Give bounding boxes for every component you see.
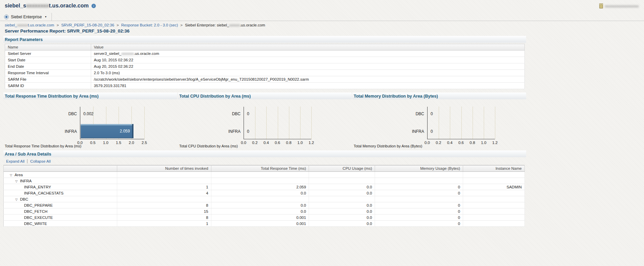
chart-value-label: 0 (247, 111, 249, 116)
breadcrumb-item[interactable]: SRVR_PERF_15-08-20_02:36 (61, 23, 114, 27)
breadcrumb-separator: > (117, 23, 119, 27)
chart-category-label: INFRA (404, 129, 424, 134)
instance-name-value (463, 221, 525, 227)
tree-expand-toggle[interactable]: ▽ (10, 173, 12, 177)
chart-gridline (484, 107, 484, 139)
breadcrumb-separator: > (180, 23, 183, 27)
param-value: /scratch/work/siebel/siebsrvr/enterprise… (91, 76, 525, 83)
collapse-all-link[interactable]: Collapse All (30, 159, 50, 163)
chart-category-label: INFRA (220, 129, 241, 134)
tree-expand-toggle[interactable]: ▽ (15, 180, 18, 183)
chart-value-label: 0 (431, 111, 433, 116)
masked-text: xxxxxxxx (26, 3, 49, 8)
param-value: 3579.2019.331781 (91, 83, 525, 89)
breadcrumb-separator: > (57, 23, 59, 27)
x-tick-label: 0.2 (250, 141, 259, 145)
response-time-value: 2.059 (211, 184, 309, 190)
chart-category-label: INFRA (57, 129, 77, 134)
tree-expand-toggle[interactable]: ▽ (15, 198, 18, 201)
x-tick-label: 0.6 (273, 141, 282, 145)
column-header-instance: Instance Name (463, 165, 525, 172)
cpu-chart: Total CPU Distribution by Area (ms) DBC0… (178, 93, 352, 148)
table-row: Siebel Serverserver3_siebel_xxxxxxx.us.o… (5, 50, 525, 57)
breadcrumb-item[interactable]: Response Bucket: 2.0 - 3.0 (sec) (121, 23, 178, 27)
cpu-usage-value: 0.0 (309, 190, 375, 196)
chart-caption: Total Memory Distribution by Area (Bytes… (354, 144, 422, 148)
param-value: server3_siebel_xxxxxxx.us.oracle.com (91, 50, 525, 57)
memory-usage-value: 0 (375, 184, 463, 190)
memory-usage-value: 0 (375, 208, 463, 214)
invoked-count: 8 (117, 202, 211, 208)
x-tick-label: 2.5 (140, 141, 149, 145)
table-row: DBC_FETCH150.00.00 (4, 208, 525, 214)
page-title: Server Performance Report: SRVR_PERF_15-… (0, 28, 644, 36)
x-tick-label: 0.0 (422, 141, 432, 145)
tree-node-label: DBC_PREPARE (24, 203, 53, 207)
instance-name-value (463, 208, 525, 214)
text-part: t.us.oracle.com (28, 23, 54, 27)
column-header-invoked: Number of times invoked (117, 165, 211, 172)
tree-cell: ▽DBC (4, 196, 117, 202)
text-part: .us.oracle.com (240, 23, 265, 27)
chart-gridline (144, 107, 145, 139)
x-tick-label: 0.4 (445, 141, 455, 145)
table-row: SARM ID3579.2019.331781 (5, 83, 525, 89)
invoked-count: 15 (117, 208, 211, 214)
host-title-prefix: siebel_s (5, 3, 26, 8)
x-tick-label: 1.0 (295, 141, 305, 145)
chart-gridline (278, 107, 278, 139)
table-row: Start DateAug 10, 2015 02:36:22 (5, 57, 525, 63)
table-row: ▽Area (4, 172, 525, 178)
cpu-usage-value (309, 178, 375, 184)
chart-gridline (255, 107, 255, 139)
x-tick-label: 1.2 (307, 141, 316, 145)
x-tick-label: 1.0 (479, 141, 489, 145)
host-title-suffix: t.us.oracle.com (49, 3, 88, 8)
x-axis-ticks: 0.00.20.40.60.81.01.2 (244, 141, 311, 145)
response-time-value (211, 172, 309, 178)
table-row: ▽INFRA (4, 178, 525, 184)
text-part: server3_siebel_ (94, 52, 121, 56)
breadcrumb-item[interactable]: siebel_xxxxxxt.us.oracle.com (5, 23, 54, 27)
response-time-value (211, 178, 309, 184)
cpu-usage-value: 0.0 (309, 184, 375, 190)
cpu-usage-value: 0.0 (309, 202, 375, 208)
instance-name-value (463, 190, 525, 196)
memory-usage-value: 0 (375, 202, 463, 208)
tree-cell: ▽INFRA (4, 178, 117, 184)
text-part: Response Bucket: 2.0 - 3.0 (sec) (121, 23, 178, 27)
redacted-host-text: xxxxxxxxxxxxxxxxxxxx (605, 4, 639, 8)
tree-cell: ▽Area (4, 172, 117, 178)
link-separator (27, 159, 27, 163)
host-badge: xxxxxxxxxxxxxxxxxxxx (599, 3, 639, 8)
x-tick-label: 1.5 (114, 141, 123, 145)
target-icon (4, 15, 9, 19)
page-host-title: siebel_sxxxxxxxxt.us.oracle.com (5, 3, 89, 9)
response-time-value: 0.001 (211, 221, 309, 227)
chart-caption: Total CPU Distribution by Area (ms) (179, 144, 238, 148)
tree-node-label: DBC_FETCH (24, 209, 47, 213)
expand-all-link[interactable]: Expand All (6, 159, 24, 163)
invoked-count: 1 (117, 184, 211, 190)
chart-value-label: 0.002 (83, 111, 94, 116)
info-icon[interactable]: i (91, 4, 96, 8)
chart-gridline (450, 107, 450, 139)
breadcrumb-item: Siebel Enterprise: siebel_xxxxxx.us.orac… (185, 23, 265, 27)
tree-cell: DBC_WRITE (4, 221, 117, 227)
chart-title: Total CPU Distribution by Area (ms) (179, 94, 251, 99)
invoked-count (117, 172, 211, 178)
memory-chart: Total Memory Distribution by Area (Bytes… (352, 93, 526, 148)
cpu-usage-value: 0.0 (309, 214, 375, 221)
masked-text: xxxxxx (17, 23, 28, 27)
x-tick-label: 0.6 (456, 141, 466, 145)
server-icon (599, 3, 603, 8)
param-name: Siebel Server (5, 50, 91, 57)
param-name: Start Date (5, 57, 91, 63)
chart-section-header: Total Memory Distribution by Area (Bytes… (352, 93, 526, 99)
siebel-enterprise-menu-button[interactable]: Siebel Enterprise ▼ (0, 13, 52, 21)
chart-bar-infra[interactable]: 2.059 (81, 124, 133, 138)
text-part: Siebel Enterprise: siebel_ (185, 23, 229, 27)
param-name: SARM File (5, 76, 91, 83)
table-row: INFRA_CACHESTATS40.00.00 (4, 190, 525, 196)
column-header-tree (4, 165, 117, 172)
